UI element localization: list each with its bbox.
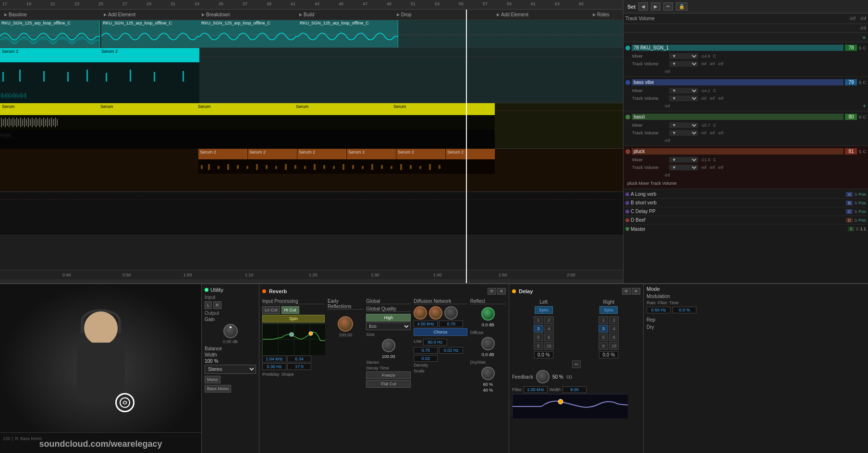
marker-add-element2[interactable]: Add Element: [495, 10, 528, 20]
playhead[interactable]: [466, 10, 467, 283]
delay-loop-btn[interactable]: ⟳: [622, 288, 631, 295]
drywet-knob[interactable]: [481, 367, 495, 380]
brown-seg-5[interactable]: Serum 2: [396, 149, 445, 159]
track-1[interactable]: RKU_SGN_125_arp_loop_offline_C RKU_SGN_1…: [0, 20, 623, 48]
marker-breakdown[interactable]: Breakdown: [200, 10, 230, 20]
rku-mixer-select[interactable]: ▼: [669, 53, 698, 59]
reverb-close-btn[interactable]: ✕: [497, 288, 506, 295]
pluck-s[interactable]: S: [858, 149, 861, 154]
a-s[interactable]: S: [854, 192, 857, 197]
bass-vibe-c[interactable]: C: [863, 80, 867, 85]
marker-rides[interactable]: Rides: [591, 10, 610, 20]
bass-vibe-name[interactable]: bass vibe: [632, 79, 844, 85]
right-t16[interactable]: 16: [609, 342, 619, 350]
marker-build[interactable]: Build: [297, 10, 314, 20]
pluck-name[interactable]: pluck: [632, 148, 844, 155]
right-sync-btn[interactable]: Sync: [599, 306, 618, 314]
diff-knob-1[interactable]: [414, 306, 427, 320]
rku-c[interactable]: C: [863, 46, 867, 50]
marker-bassline[interactable]: Bassline: [2, 10, 27, 20]
serum2-segment-2[interactable]: Serum 2: [99, 48, 199, 62]
rku-name-box[interactable]: 78 RKU_SGN_1: [632, 45, 844, 51]
set-fwd-btn[interactable]: ▶: [651, 2, 660, 11]
pluck-mixer-select[interactable]: ▼: [669, 157, 698, 163]
size-knob[interactable]: [382, 339, 395, 352]
bass-name[interactable]: bass\: [632, 114, 844, 120]
bass-mixer-select[interactable]: ▼: [669, 122, 698, 128]
marker-drop[interactable]: Drop: [395, 10, 412, 20]
brown-seg-3[interactable]: Serum 2: [297, 149, 346, 159]
reflect-knob[interactable]: [481, 307, 495, 321]
eq-curve-area[interactable]: [262, 323, 325, 355]
right-t4[interactable]: 4: [609, 325, 619, 333]
left-t1[interactable]: 1: [534, 316, 543, 324]
bass-vibe-s[interactable]: S: [858, 80, 861, 85]
right-t8[interactable]: 8: [599, 342, 608, 350]
add-btn-top[interactable]: +: [862, 34, 866, 41]
spin-knob[interactable]: [338, 316, 353, 332]
freeze-btn[interactable]: Freeze: [366, 371, 411, 379]
brown-seg-2[interactable]: Serum 2: [248, 149, 297, 159]
high-btn[interactable]: High: [366, 314, 411, 322]
left-sync-btn[interactable]: Sync: [535, 306, 553, 314]
segment-rkusgn-4[interactable]: RKU_SGN_125_arp_loop_offline_C: [298, 20, 398, 48]
scrollbar-horizontal[interactable]: [0, 279, 623, 283]
left-t8[interactable]: 8: [534, 342, 543, 350]
mono-btn[interactable]: Mono: [205, 376, 220, 383]
b-s[interactable]: S: [854, 201, 857, 205]
segment-rkusgn-3[interactable]: RKU_SGN_125_arp_loop_offline_C: [200, 20, 300, 48]
diffuse-knob[interactable]: [481, 337, 495, 350]
lo-cut-btn[interactable]: Lo Cut: [262, 306, 280, 314]
segment-rkusgn-2[interactable]: RKU_SGN_125_arp_loop_offline_C: [101, 20, 201, 48]
brown-seg-4[interactable]: Serum 2: [347, 149, 396, 159]
left-t6[interactable]: 6: [544, 334, 554, 341]
flat-cut-btn[interactable]: Flat Cut: [366, 380, 411, 388]
c-s[interactable]: S: [854, 209, 857, 214]
input-l-btn[interactable]: L: [205, 301, 212, 309]
d-s[interactable]: S: [854, 218, 857, 223]
marker-add-element[interactable]: Add Element: [102, 10, 135, 20]
rku-vol-select[interactable]: ▼: [669, 61, 698, 67]
left-t4[interactable]: 4: [544, 325, 554, 333]
delay-eq-curve[interactable]: [512, 394, 627, 418]
bass-vibe-vol-select[interactable]: ▼: [669, 95, 698, 101]
track-2[interactable]: Serum 2 Serum 2: [0, 48, 623, 103]
left-t16[interactable]: 16: [544, 342, 554, 350]
bass-s[interactable]: S: [858, 115, 861, 119]
brown-seg-6[interactable]: Serum 2: [446, 149, 495, 159]
left-t3[interactable]: 3: [534, 325, 543, 333]
rku-s[interactable]: S: [858, 46, 861, 50]
set-back-btn[interactable]: ◀: [638, 2, 648, 11]
reverb-loop-btn[interactable]: ⟳: [488, 288, 496, 295]
bass-vol-select[interactable]: ▼: [669, 130, 698, 136]
pluck-c[interactable]: C: [863, 149, 867, 154]
link-btn[interactable]: ⇔: [572, 360, 581, 368]
chorus-btn[interactable]: Chorus: [414, 328, 467, 336]
segment-rkusgn-1[interactable]: RKU_SGN_125_arp_loop_offline_C: [0, 20, 100, 48]
bass-c[interactable]: C: [863, 115, 867, 119]
right-t3[interactable]: 3: [599, 325, 608, 333]
brown-seg-1[interactable]: Serum 2: [198, 149, 247, 159]
set-pencil-btn[interactable]: ✏: [663, 2, 673, 11]
left-t5[interactable]: 5: [534, 334, 543, 341]
diff-knob-2[interactable]: [429, 306, 442, 320]
stereo-select[interactable]: Stereo: [205, 365, 256, 374]
track-serum[interactable]: Serum Serum Serum Serum Serum: [0, 103, 623, 149]
feedback-knob[interactable]: [536, 370, 550, 383]
eco-select[interactable]: Eco: [366, 322, 411, 330]
right-t2[interactable]: 2: [609, 316, 619, 324]
track-empty[interactable]: [0, 192, 623, 235]
master-s[interactable]: S: [856, 226, 858, 231]
hi-cut-btn[interactable]: Hi Cut: [281, 306, 299, 314]
track-serum2-brown[interactable]: Serum 2 Serum 2 Serum 2 Serum 2 Serum 2 …: [0, 149, 623, 192]
diff-knob-3[interactable]: [444, 306, 458, 320]
right-t6[interactable]: 6: [609, 334, 619, 341]
spin-btn[interactable]: Spin: [262, 315, 325, 322]
add-btn-bass[interactable]: +: [863, 103, 866, 109]
serum-segment[interactable]: Serum Serum Serum Serum Serum: [0, 103, 495, 115]
bass-mono-btn[interactable]: Bass Mono: [205, 385, 231, 393]
gain-knob[interactable]: [223, 324, 238, 338]
right-t1[interactable]: 1: [599, 316, 608, 324]
delay-close-btn[interactable]: ✕: [632, 288, 640, 295]
left-t2[interactable]: 2: [544, 316, 554, 324]
